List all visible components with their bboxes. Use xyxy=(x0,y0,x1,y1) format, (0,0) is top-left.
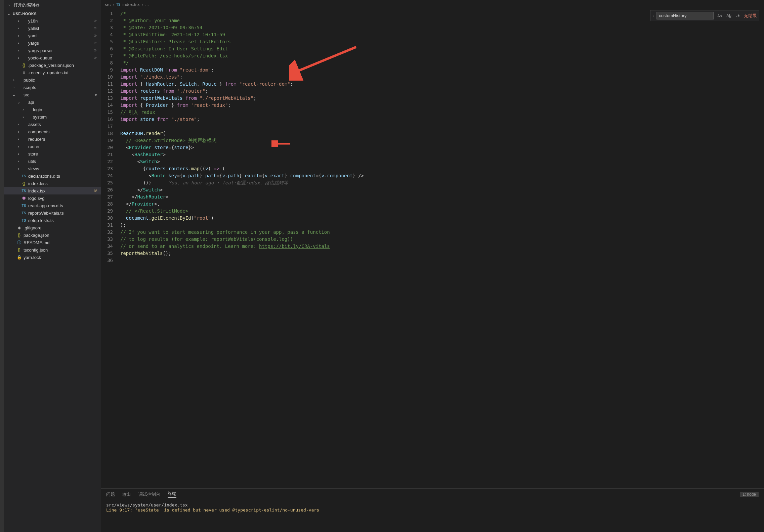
tree-item[interactable]: ⓘREADME.md xyxy=(4,239,101,246)
tree-item-label: .package_versions.json xyxy=(28,63,74,68)
tree-item[interactable]: ›yargs-parser⟳ xyxy=(4,47,101,54)
code-content[interactable]: /* * @Author: your name * @Date: 2021-10… xyxy=(118,9,364,488)
chevron-right-icon: › xyxy=(142,2,143,7)
tree-item[interactable]: ›compoents xyxy=(4,128,101,135)
terminal-tab[interactable]: 终端 xyxy=(168,491,176,498)
tree-item[interactable]: ›y18n⟳ xyxy=(4,17,101,25)
json-icon: {} xyxy=(16,233,22,237)
terminal-selector[interactable]: 1: node xyxy=(740,492,759,497)
editor-pane: src › TS index.tsx › ... › Aa Ab̲ .∗ 无结果… xyxy=(101,0,764,532)
tree-item[interactable]: ›yargs⟳ xyxy=(4,39,101,47)
tree-item-label: declarations.d.ts xyxy=(28,174,60,179)
tree-item[interactable]: ⬢logo.svg xyxy=(4,194,101,202)
tree-item[interactable]: ›public xyxy=(4,76,101,84)
ts-icon: TS xyxy=(116,3,121,6)
tree-item-label: package.json xyxy=(24,233,49,238)
terminal-output[interactable]: src/views/system/user/index.tsx Line 9:1… xyxy=(101,500,764,515)
chevron-icon: › xyxy=(16,130,21,134)
breadcrumb-segment[interactable]: src xyxy=(105,2,111,7)
tree-item[interactable]: ⌄api xyxy=(4,98,101,106)
breadcrumbs[interactable]: src › TS index.tsx › ... xyxy=(101,0,764,9)
nosync-icon: ⟳ xyxy=(94,19,97,23)
chevron-icon: › xyxy=(16,19,21,23)
ts-icon: TS xyxy=(21,211,27,215)
tree-item[interactable]: ◆.gitignore xyxy=(4,224,101,231)
match-case-toggle[interactable]: Aa xyxy=(716,13,723,18)
nosync-icon: ⟳ xyxy=(94,48,97,53)
tree-item-label: scripts xyxy=(24,85,36,90)
tree-item[interactable]: ›assets xyxy=(4,121,101,128)
json-icon: {} xyxy=(16,248,22,252)
svg-icon: ⬢ xyxy=(21,196,27,201)
tree-item[interactable]: ›views xyxy=(4,165,101,172)
chevron-right-icon: › xyxy=(7,3,11,7)
tree-item-label: src xyxy=(24,92,29,97)
file-tree: ›y18n⟳›yallist⟳›yaml⟳›yargs⟳›yargs-parse… xyxy=(4,17,101,261)
tree-item-label: yocto-queue xyxy=(28,55,52,60)
tree-item[interactable]: ›router xyxy=(4,143,101,150)
tree-item-label: tsconfig.json xyxy=(24,248,48,253)
terminal-tab[interactable]: 调试控制台 xyxy=(138,491,160,497)
tree-item[interactable]: {}.package_versions.json xyxy=(4,61,101,69)
tree-item-label: .recently_updates.txt xyxy=(28,70,69,75)
breadcrumb-segment[interactable]: index.tsx xyxy=(122,2,139,7)
search-input[interactable] xyxy=(656,12,714,19)
terminal-tab[interactable]: 输出 xyxy=(122,491,131,497)
activity-bar[interactable] xyxy=(0,0,4,532)
tree-item[interactable]: ›utils xyxy=(4,158,101,165)
tree-item[interactable]: TSindex.tsxM xyxy=(4,187,101,194)
code-editor[interactable]: 1234567891011121314151617181920212223242… xyxy=(101,9,764,488)
terminal-line: Line 9:17: 'useState' is defined but nev… xyxy=(106,507,759,513)
tree-item[interactable]: {}tsconfig.json xyxy=(4,246,101,254)
project-header[interactable]: ⌄ USE-HOOKS xyxy=(4,10,101,17)
chevron-icon: › xyxy=(16,152,21,156)
tree-item[interactable]: ›yallist⟳ xyxy=(4,25,101,32)
breadcrumb-segment[interactable]: ... xyxy=(145,2,149,7)
tree-item-label: index.tsx xyxy=(28,188,45,193)
tree-item[interactable]: ≡.recently_updates.txt xyxy=(4,69,101,76)
file-explorer: › 打开的编辑器 ⌄ USE-HOOKS ›y18n⟳›yallist⟳›yam… xyxy=(4,0,101,532)
tree-item[interactable]: ›scripts xyxy=(4,84,101,91)
tree-item[interactable]: ⌄src xyxy=(4,91,101,98)
tree-item-label: api xyxy=(28,100,34,105)
tree-item[interactable]: ›login xyxy=(4,106,101,113)
tree-item[interactable]: 🔒yarn.lock xyxy=(4,254,101,261)
terminal-link[interactable]: @typescript-eslint/no-unused-vars xyxy=(232,507,319,513)
tree-item[interactable]: ›system xyxy=(4,113,101,121)
tree-item-label: yallist xyxy=(28,26,39,31)
chevron-right-icon[interactable]: › xyxy=(652,14,654,18)
tree-item[interactable]: {}package.json xyxy=(4,231,101,239)
tree-item[interactable]: TSreact-app-env.d.ts xyxy=(4,202,101,209)
tree-item[interactable]: ›store xyxy=(4,150,101,158)
terminal-tab[interactable]: 问题 xyxy=(106,491,115,497)
chevron-icon: › xyxy=(16,159,21,163)
tree-item[interactable]: ›yaml⟳ xyxy=(4,32,101,39)
regex-toggle[interactable]: .∗ xyxy=(735,13,741,18)
chevron-icon: ⌄ xyxy=(16,100,21,104)
tree-item-label: yargs xyxy=(28,41,39,46)
chevron-icon: › xyxy=(16,56,21,60)
tree-item-label: README.md xyxy=(24,240,49,245)
tree-item-label: y18n xyxy=(28,18,38,24)
tree-item-label: compoents xyxy=(28,129,50,134)
tree-item-label: react-app-env.d.ts xyxy=(28,203,63,208)
tree-item[interactable]: TSreportWebVitals.ts xyxy=(4,209,101,217)
tree-item[interactable]: ›yocto-queue⟳ xyxy=(4,54,101,61)
tree-item-label: reportWebVitals.ts xyxy=(28,211,64,216)
ts-icon: TS xyxy=(21,219,27,222)
open-editors-header[interactable]: › 打开的编辑器 xyxy=(4,0,101,10)
whole-word-toggle[interactable]: Ab̲ xyxy=(726,13,732,18)
tree-item[interactable]: TSsetupTests.ts xyxy=(4,217,101,224)
terminal-panel: 问题输出调试控制台终端1: node src/views/system/user… xyxy=(101,488,764,532)
tree-item[interactable]: TSdeclarations.d.ts xyxy=(4,172,101,180)
tree-item[interactable]: ›reducers xyxy=(4,135,101,143)
file-icon: 🔒 xyxy=(16,255,22,260)
chevron-icon: › xyxy=(16,48,21,52)
tree-item-label: setupTests.ts xyxy=(28,218,54,223)
chevron-right-icon: › xyxy=(113,2,114,7)
json-icon: {} xyxy=(21,63,27,68)
tree-item-label: utils xyxy=(28,159,36,164)
chevron-icon: › xyxy=(21,107,26,112)
tree-item-label: yaml xyxy=(28,33,37,38)
tree-item[interactable]: {}index.less xyxy=(4,180,101,187)
